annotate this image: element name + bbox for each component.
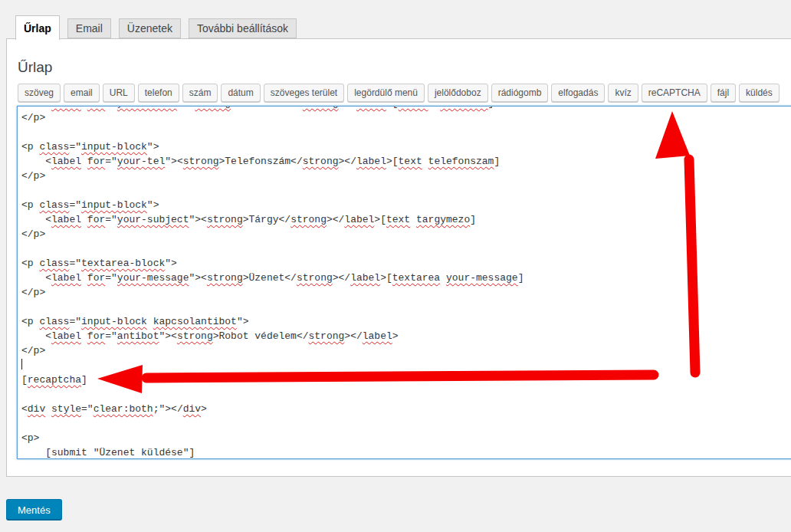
code-line: [recaptcha]	[21, 373, 791, 387]
code-line: <p class="textarea-block">	[21, 256, 791, 271]
tag-button-jel-l-doboz[interactable]: jelölődoboz	[428, 84, 488, 102]
tag-button-d-tum[interactable]: dátum	[221, 84, 260, 102]
tab-uzenetek[interactable]: Üzenetek	[119, 18, 181, 38]
tag-button-elfogad-s[interactable]: elfogadás	[551, 84, 605, 102]
tab-email[interactable]: Email	[67, 18, 111, 38]
text-cursor	[21, 359, 22, 369]
code-line	[21, 300, 791, 314]
editor-tab-bar: ŰrlapEmailÜzenetekTovábbi beállítások	[15, 15, 297, 41]
code-line: </p>	[21, 110, 791, 125]
tag-button-kv-z[interactable]: kvíz	[608, 84, 638, 102]
tag-button-recaptcha[interactable]: reCAPTCHA	[642, 84, 707, 102]
tag-button-email[interactable]: email	[64, 84, 100, 102]
tag-generator-row: szövegemailURLtelefonszámdátumszöveges t…	[18, 84, 784, 102]
tag-button-f-jl[interactable]: fájl	[711, 84, 736, 102]
form-code-content: <label for="your-email"><strong>Email cí…	[21, 106, 791, 459]
tab-urlap[interactable]: Űrlap	[15, 15, 60, 40]
code-line: <label for="antibot"><strong>Robot védel…	[21, 329, 791, 343]
panel-title: Űrlap	[18, 57, 791, 77]
code-line: <p>	[21, 431, 791, 445]
code-line: <label for="your-message"><strong>Üzenet…	[21, 271, 791, 285]
code-line	[21, 358, 791, 373]
code-line	[21, 416, 791, 431]
code-line: <p class="input-block kapcsolantibot">	[21, 314, 791, 329]
code-line: </p>	[21, 285, 791, 300]
tag-button-sz-m[interactable]: szám	[182, 84, 218, 102]
code-line: </p>	[21, 227, 791, 241]
save-button[interactable]: Mentés	[6, 499, 62, 521]
form-code-textarea[interactable]: <label for="your-email"><strong>Email cí…	[17, 106, 791, 459]
form-editor-panel: Űrlap szövegemailURLtelefonszámdátumszöv…	[6, 38, 791, 477]
code-line	[21, 241, 791, 256]
code-line	[21, 387, 791, 402]
code-line: [submit "Üzenet küldése"]	[21, 445, 791, 459]
code-line	[21, 183, 791, 198]
tag-button-sz-veg[interactable]: szöveg	[18, 84, 61, 102]
code-line: <label for="your-subject"><strong>Tárgy<…	[21, 212, 791, 227]
tag-button-url[interactable]: URL	[103, 84, 135, 102]
code-line: <p class="input-block">	[21, 140, 791, 154]
tag-button-r-di-gomb[interactable]: rádiógomb	[491, 84, 549, 102]
code-line: </p>	[21, 343, 791, 358]
tag-button-sz-veges-ter-let[interactable]: szöveges terület	[264, 84, 344, 102]
tag-button-leg-rd-l-men-[interactable]: legördülő menü	[347, 84, 425, 102]
code-line: <label for="your-tel"><strong>Telefonszá…	[21, 154, 791, 169]
tab-tovabbi-beallitasok[interactable]: További beállítások	[189, 18, 297, 38]
code-line	[21, 125, 791, 140]
code-line: </p>	[21, 169, 791, 183]
code-line: <p class="input-block">	[21, 198, 791, 212]
code-line: <div style="clear:both;"></div>	[21, 402, 791, 416]
tag-button-k-ld-s[interactable]: küldés	[739, 84, 780, 102]
tag-button-telefon[interactable]: telefon	[138, 84, 179, 102]
